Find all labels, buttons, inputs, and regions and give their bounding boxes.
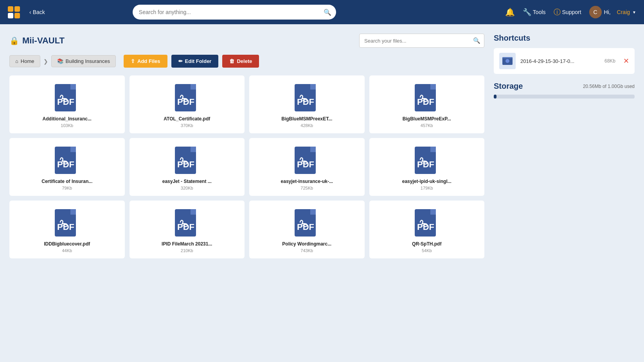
file-name: ATOL_Certificate.pdf <box>164 116 210 122</box>
file-card[interactable]: PDF Additional_Insuranc... 103Kb <box>9 75 125 133</box>
storage-title: Storage <box>494 82 523 91</box>
file-name: QR-SpTH.pdf <box>412 241 441 247</box>
storage-section: Storage 20.56Mb of 1.00Gb used <box>494 82 635 99</box>
file-icon: PDF <box>53 146 81 179</box>
vault-title-text: Mii-VAULT <box>22 36 65 46</box>
svg-rect-2 <box>70 84 76 90</box>
file-card[interactable]: PDF IDDBigbluecover.pdf 44Kb <box>9 201 125 258</box>
file-size: 320Kb <box>181 186 193 190</box>
svg-rect-18 <box>70 147 76 152</box>
svg-rect-26 <box>310 147 316 152</box>
file-size: 743Kb <box>300 248 313 253</box>
tools-label: Tools <box>533 9 546 15</box>
breadcrumb-current[interactable]: 📚 Building Insurances <box>51 55 116 67</box>
svg-rect-46 <box>430 209 436 215</box>
file-size: 79Kb <box>62 186 72 190</box>
file-icon: PDF <box>413 83 441 116</box>
file-size: 428Kb <box>300 123 313 128</box>
breadcrumb-current-label: Building Insurances <box>66 58 110 64</box>
home-icon: ⌂ <box>15 58 18 64</box>
file-card[interactable]: PDF IPID FileMarch 20231... 210Kb <box>130 201 245 258</box>
file-card[interactable]: PDF Certificate of Insuran... 79Kb <box>9 138 125 196</box>
folder-icon: 📚 <box>57 58 63 64</box>
file-name: easyJet - Statement ... <box>162 179 212 184</box>
breadcrumb-row: ⌂ Home ❯ 📚 Building Insurances ⇧ Add Fil… <box>9 55 484 68</box>
files-search-input[interactable] <box>359 34 484 48</box>
file-size: 44Kb <box>62 248 72 253</box>
chevron-left-icon: ‹ <box>29 9 31 15</box>
support-label: Support <box>562 9 581 15</box>
file-size: 210Kb <box>181 248 193 253</box>
file-icon: PDF <box>413 146 441 179</box>
file-icon: PDF <box>53 83 81 116</box>
add-files-button[interactable]: ⇧ Add Files <box>124 55 167 68</box>
main-content: 🔒 Mii-VAULT 🔍 ⌂ Home ❯ 📚 Building Insura… <box>0 24 644 258</box>
shortcuts-title: Shortcuts <box>494 34 635 43</box>
tools-icon: 🔧 <box>523 8 531 16</box>
shortcut-close-button[interactable]: ✕ <box>623 57 629 65</box>
breadcrumb-home[interactable]: ⌂ Home <box>9 55 40 67</box>
breadcrumb-chevron-icon: ❯ <box>43 58 48 65</box>
action-buttons: ⇧ Add Files ✏ Edit Folder 🗑 Delete <box>124 55 259 68</box>
user-menu[interactable]: C Hi, Craig ▼ <box>589 6 636 18</box>
nav-right: 🔔 🔧 Tools ⓘ Support C Hi, Craig ▼ <box>505 6 636 18</box>
file-size: 370Kb <box>181 123 193 128</box>
files-search-bar: 🔍 <box>359 34 484 48</box>
file-icon: PDF <box>293 146 320 179</box>
file-name: Policy Wordingmarc... <box>282 241 331 247</box>
file-name: BigBlueMSMPreexET... <box>281 116 332 122</box>
shortcut-size: 68Kb <box>604 58 615 64</box>
file-card[interactable]: PDF BigBlueMSMPreexET... 428Kb <box>249 75 365 133</box>
file-name: BigBlueMSMPreExP... <box>403 116 451 122</box>
support-button[interactable]: ⓘ Support <box>554 7 581 17</box>
file-card[interactable]: PDF QR-SpTH.pdf 54Kb <box>369 201 485 258</box>
add-files-label: Add Files <box>137 58 160 64</box>
lock-icon: 🔒 <box>9 36 19 45</box>
storage-used-label: 20.56Mb of 1.00Gb used <box>583 84 635 89</box>
file-size: 54Kb <box>422 248 432 253</box>
file-card[interactable]: PDF easyjet-ipid-uk-singl... 179Kb <box>369 138 485 196</box>
edit-folder-label: Edit Folder <box>185 58 212 64</box>
file-card[interactable]: PDF BigBlueMSMPreExP... 457Kb <box>369 75 485 133</box>
tools-button[interactable]: 🔧 Tools <box>523 8 546 16</box>
storage-bar-fill <box>494 95 496 99</box>
top-nav: ‹ Back 🔍 🔔 🔧 Tools ⓘ Support C Hi, Craig… <box>0 0 644 24</box>
back-button[interactable]: ‹ Back <box>29 9 45 15</box>
breadcrumb-home-label: Home <box>21 58 34 64</box>
shortcut-thumbnail <box>499 53 516 69</box>
file-card[interactable]: PDF easyJet - Statement ... 320Kb <box>130 138 245 196</box>
edit-folder-button[interactable]: ✏ Edit Folder <box>171 55 219 68</box>
file-name: Certificate of Insuran... <box>41 179 92 184</box>
file-card[interactable]: PDF Policy Wordingmarc... 743Kb <box>249 201 365 258</box>
file-icon: PDF <box>293 208 320 241</box>
support-icon: ⓘ <box>554 7 561 17</box>
vault-title: 🔒 Mii-VAULT <box>9 36 65 46</box>
file-name: Additional_Insuranc... <box>43 116 92 122</box>
file-icon: PDF <box>413 208 441 241</box>
content-area: 🔒 Mii-VAULT 🔍 ⌂ Home ❯ 📚 Building Insura… <box>9 34 484 258</box>
shortcut-card: 2016-4-29-15-30-17-0... 68Kb ✕ <box>494 48 635 74</box>
file-icon: PDF <box>173 146 201 179</box>
svg-rect-42 <box>310 209 316 215</box>
delete-label: Delete <box>237 58 252 64</box>
file-card[interactable]: PDF easyjet-insurance-uk-... 725Kb <box>249 138 365 196</box>
avatar: C <box>589 6 602 18</box>
svg-rect-14 <box>430 84 436 90</box>
top-search-input[interactable] <box>133 5 336 20</box>
file-name: easyjet-insurance-uk-... <box>281 179 333 184</box>
svg-rect-10 <box>310 84 316 90</box>
svg-rect-30 <box>430 147 436 152</box>
svg-rect-50 <box>503 57 512 58</box>
storage-header: Storage 20.56Mb of 1.00Gb used <box>494 82 635 91</box>
file-size: 457Kb <box>421 123 433 128</box>
edit-icon: ✏ <box>178 58 183 64</box>
sidebar: Shortcuts 2016-4-29-15-30-17-0... 68Kb ✕… <box>494 34 635 258</box>
delete-button[interactable]: 🗑 Delete <box>222 55 259 68</box>
vault-header: 🔒 Mii-VAULT 🔍 <box>9 34 484 48</box>
file-card[interactable]: PDF ATOL_Certificate.pdf 370Kb <box>130 75 245 133</box>
user-name: Craig <box>617 9 630 15</box>
notification-bell-icon[interactable]: 🔔 <box>505 7 515 17</box>
user-greeting: Hi, <box>604 9 611 15</box>
file-size: 725Kb <box>300 186 313 190</box>
shortcuts-list: 2016-4-29-15-30-17-0... 68Kb ✕ <box>494 48 635 74</box>
